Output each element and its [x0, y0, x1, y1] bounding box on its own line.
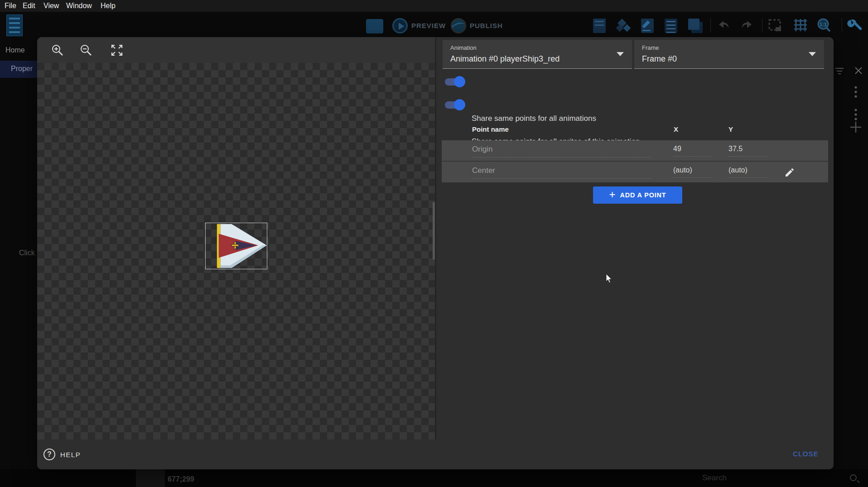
preview-play-icon[interactable]	[392, 18, 408, 33]
filter-icon[interactable]	[835, 67, 844, 75]
preview-button[interactable]: PREVIEW	[411, 22, 446, 29]
zoom-ratio-icon[interactable]: 1:1	[815, 17, 833, 34]
edit-scene-icon[interactable]	[639, 17, 656, 34]
svg-text:1:1: 1:1	[820, 22, 827, 27]
header-point-name: Point name	[472, 125, 509, 133]
share-points-all-sprites-toggle[interactable]	[445, 101, 464, 109]
sprite-preview[interactable]	[205, 223, 267, 269]
debugger-icon[interactable]	[366, 19, 383, 33]
menu-bar: File Edit View Window Help	[0, 0, 868, 12]
points-editor-dialog: Animation Animation #0 playerShip3_red F…	[37, 37, 834, 469]
fit-to-screen-button[interactable]	[108, 41, 126, 59]
edit-center-point-button[interactable]	[782, 165, 797, 180]
pencil-icon	[784, 167, 795, 178]
point-y-field[interactable]: 37.5	[728, 145, 767, 157]
layers-icon[interactable]	[687, 17, 704, 34]
point-x-field[interactable]: (auto)	[673, 166, 712, 178]
animation-select[interactable]: Animation Animation #0 playerShip3_red	[443, 40, 632, 69]
frame-select-value: Frame #0	[642, 54, 677, 64]
zoom-out-icon	[80, 44, 92, 57]
add-object-icon[interactable]	[591, 17, 608, 34]
help-icon: ?	[43, 449, 55, 460]
share-points-all-animations-toggle[interactable]	[445, 78, 464, 86]
undo-icon[interactable]	[715, 17, 732, 34]
chevron-down-icon	[809, 52, 816, 56]
toggle-thumb	[454, 76, 465, 87]
redo-icon[interactable]	[738, 17, 756, 34]
cursor-coordinates: 677;299	[168, 475, 194, 483]
app-window: File Edit View Window Help Home Proper C…	[0, 0, 868, 487]
header-x: X	[674, 125, 678, 133]
fullscreen-icon	[111, 44, 123, 56]
menu-item-view[interactable]: View	[43, 2, 59, 10]
canvas-toolbar	[37, 37, 435, 63]
toolbar-separator	[762, 18, 762, 33]
publish-button[interactable]: PUBLISH	[470, 22, 503, 29]
add-a-point-label: ADD A POINT	[620, 191, 666, 199]
zoom-out-button[interactable]	[77, 41, 95, 59]
toggle-thumb	[454, 99, 465, 110]
tab-properties-label: Proper	[11, 65, 33, 73]
menu-item-edit[interactable]: Edit	[23, 2, 35, 10]
project-manager-icon[interactable]	[6, 14, 23, 36]
spaceship-sprite	[206, 223, 267, 269]
menu-item-window[interactable]: Window	[66, 2, 92, 10]
mask-select-icon[interactable]	[767, 17, 784, 34]
search-input[interactable]: Search	[702, 473, 727, 482]
wrench-icon[interactable]	[846, 17, 863, 34]
grid-icon[interactable]	[792, 17, 809, 34]
menu-dots-icon[interactable]	[854, 86, 858, 98]
frame-select[interactable]: Frame Frame #0	[634, 40, 824, 69]
plus-icon: +	[609, 189, 616, 200]
add-a-point-button[interactable]: + ADD A POINT	[593, 186, 682, 204]
zoom-in-icon	[51, 44, 64, 57]
zoom-in-button[interactable]	[48, 41, 67, 59]
menu-item-file[interactable]: File	[5, 2, 16, 10]
tab-home[interactable]: Home	[5, 46, 25, 54]
background-panel-fragment	[136, 468, 165, 487]
table-row-origin: Origin 49 37.5	[442, 140, 828, 161]
objects-cubes-icon[interactable]	[615, 17, 632, 34]
frame-select-label: Frame	[642, 44, 659, 51]
point-name-field[interactable]: Origin	[472, 145, 651, 158]
status-bar: 677;299 Search	[0, 469, 868, 487]
add-icon[interactable]	[850, 121, 862, 133]
animation-select-label: Animation	[450, 44, 477, 51]
points-table-header: Point name X Y	[442, 119, 828, 140]
toolbar-separator	[842, 18, 842, 33]
events-list-icon[interactable]	[662, 17, 680, 34]
toolbar-separator	[710, 18, 711, 33]
tab-properties[interactable]: Proper	[0, 61, 37, 78]
help-label: HELP	[60, 451, 81, 458]
point-x-field[interactable]: 49	[673, 145, 712, 157]
point-name-field[interactable]: Center	[472, 166, 651, 179]
close-button[interactable]: CLOSE	[793, 450, 819, 458]
menu-dots-icon[interactable]	[854, 109, 858, 120]
menu-item-help[interactable]: Help	[101, 2, 116, 10]
background-hint-text: Click	[19, 249, 35, 257]
point-y-field[interactable]: (auto)	[728, 166, 767, 178]
animation-select-value: Animation #0 playerShip3_red	[450, 54, 559, 64]
header-y: Y	[728, 125, 733, 133]
publish-globe-icon[interactable]	[451, 18, 466, 33]
table-row-center: Center (auto) (auto)	[442, 162, 828, 182]
dialog-footer: ? HELP CLOSE	[37, 439, 834, 469]
search-icon	[850, 474, 857, 481]
chevron-down-icon	[617, 52, 624, 56]
close-panel-icon[interactable]	[854, 67, 863, 75]
points-panel: Animation Animation #0 playerShip3_red F…	[435, 37, 834, 439]
help-button[interactable]: ? HELP	[43, 447, 81, 462]
